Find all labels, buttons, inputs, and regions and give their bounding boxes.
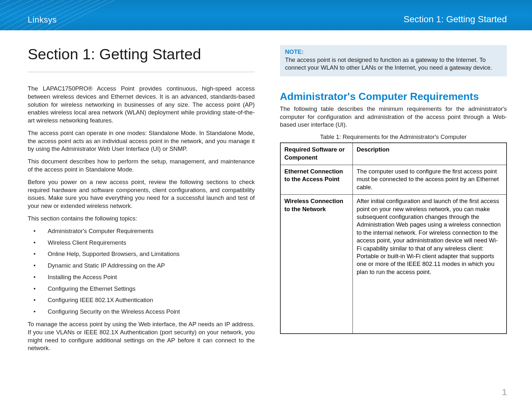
page-content: Section 1: Getting Started The LAPAC1750…	[0, 30, 532, 357]
page-number: 1	[502, 387, 507, 397]
brand-label: Linksys	[28, 15, 57, 25]
paragraph: To manage the access point by using the …	[28, 320, 255, 352]
note-body: The access point is not designed to func…	[285, 56, 502, 72]
paragraph: Before you power on a new access point, …	[28, 178, 255, 210]
table-cell-text: After initial configuration and launch o…	[357, 198, 501, 275]
list-item: Configuring IEEE 802.1X Authentication	[28, 296, 255, 304]
note-box: NOTE: The access point is not designed t…	[280, 45, 507, 76]
table-row: Ethernet Connection to the Access Point …	[280, 165, 507, 194]
table-header-cell: Description	[353, 143, 507, 165]
section-title: Section 1: Getting Started	[28, 45, 255, 63]
list-item: Configuring Security on the Wireless Acc…	[28, 308, 255, 316]
left-column: Section 1: Getting Started The LAPAC1750…	[28, 45, 255, 357]
list-item: Dynamic and Static IP Addressing on the …	[28, 262, 255, 270]
header-decoration	[0, 0, 129, 30]
right-column: NOTE: The access point is not designed t…	[280, 45, 507, 357]
table-header-cell: Required Software or Component	[280, 143, 353, 165]
list-item: Wireless Client Requirements	[28, 239, 255, 247]
table-cell: The computer used to configure the first…	[353, 165, 507, 194]
table-cell: Wireless Connection to the Network	[280, 195, 353, 334]
table-cell: After initial configuration and launch o…	[353, 195, 507, 334]
divider	[28, 71, 255, 73]
list-item: Online Help, Supported Browsers, and Lim…	[28, 250, 255, 258]
list-item: Installing the Access Point	[28, 273, 255, 281]
table-row: Wireless Connection to the Network After…	[280, 195, 507, 334]
header-section-label: Section 1: Getting Started	[403, 14, 507, 24]
table-header-row: Required Software or Component Descripti…	[280, 143, 507, 165]
table-cell-padding	[357, 276, 502, 330]
page-header: Linksys Section 1: Getting Started	[0, 0, 532, 30]
paragraph: This section contains the following topi…	[28, 215, 255, 223]
list-item: Administrator's Computer Requirements	[28, 227, 255, 235]
paragraph: The access point can operate in one mode…	[28, 129, 255, 153]
paragraph: The LAPAC1750PRO® Access Point provides …	[28, 85, 255, 125]
note-title: NOTE:	[285, 48, 502, 55]
paragraph: This document describes how to perform t…	[28, 158, 255, 174]
table-cell: Ethernet Connection to the Access Point	[280, 165, 353, 194]
subsection-heading: Administrator's Computer Requirements	[280, 91, 507, 103]
table-caption: Table 1: Requirements for the Administra…	[280, 133, 507, 141]
requirements-table: Required Software or Component Descripti…	[280, 142, 507, 334]
paragraph: The following table describes the minimu…	[280, 105, 507, 129]
topic-list: Administrator's Computer Requirements Wi…	[28, 227, 255, 316]
list-item: Configuring the Ethernet Settings	[28, 285, 255, 293]
